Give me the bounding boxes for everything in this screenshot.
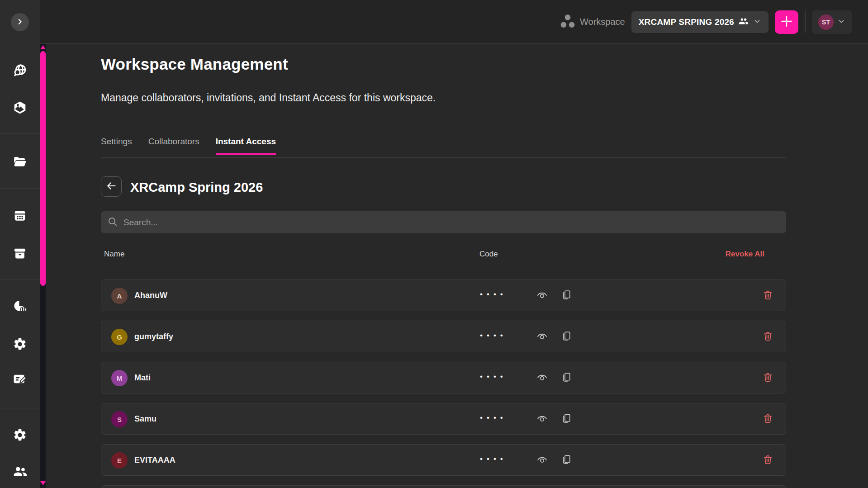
sidebar-item-discover[interactable] <box>0 58 40 83</box>
arrow-left-icon <box>105 180 117 193</box>
masked-code: •••• <box>480 372 507 381</box>
add-workspace-button[interactable] <box>775 10 798 34</box>
plus-icon <box>780 14 793 29</box>
topbar: Workspace XRCAMP SRPING 2026 ST <box>40 0 868 44</box>
trash-icon <box>762 331 773 343</box>
sidebar-item-analytics[interactable] <box>0 294 40 319</box>
people-icon <box>739 16 749 28</box>
revoke-button[interactable] <box>761 454 774 467</box>
revoke-button[interactable] <box>761 413 774 426</box>
avatar: G <box>111 329 128 345</box>
eye-icon <box>536 412 548 426</box>
sidebar-item-settings[interactable] <box>0 332 40 357</box>
trash-icon <box>762 372 773 384</box>
user-avatar: ST <box>818 14 834 30</box>
user-menu[interactable]: ST <box>812 10 852 34</box>
search-input[interactable] <box>123 217 780 228</box>
scroll-up-arrow[interactable] <box>40 45 46 50</box>
workspace-label: Workspace <box>580 17 625 27</box>
tabs: Settings Collaborators Instant Access <box>101 137 276 155</box>
page-subtitle: Manage collaborators, invitations, and I… <box>101 92 436 104</box>
tabs-divider <box>101 157 786 158</box>
sidebar-item-projects[interactable] <box>0 149 40 175</box>
sidebar-item-events[interactable] <box>0 203 40 228</box>
archive-box-icon <box>13 246 27 261</box>
row-name: gumytaffy <box>134 332 173 341</box>
masked-code: •••• <box>480 290 507 299</box>
revoke-button[interactable] <box>761 331 774 343</box>
section-heading: XRCamp Spring 2026 <box>130 180 263 195</box>
sidebar-divider <box>0 279 40 280</box>
sidebar-item-registration[interactable] <box>0 366 40 392</box>
masked-code: •••• <box>480 413 507 422</box>
chevron-down-icon <box>753 17 761 27</box>
copy-code-button[interactable] <box>560 289 573 302</box>
reveal-code-button[interactable] <box>536 413 548 426</box>
copy-icon <box>561 331 572 343</box>
avatar: M <box>111 370 128 386</box>
trash-icon <box>762 289 773 302</box>
calendar-icon <box>13 208 27 223</box>
scene-cube-icon <box>13 100 27 115</box>
sidebar-expand-button[interactable] <box>11 13 29 31</box>
reveal-code-button[interactable] <box>536 454 548 467</box>
sidebar-item-scenes[interactable] <box>0 95 40 120</box>
revoke-all-button[interactable]: Revoke All <box>721 250 764 259</box>
copy-code-button[interactable] <box>560 331 573 343</box>
reveal-code-button[interactable] <box>536 331 548 343</box>
scrollbar-thumb[interactable] <box>40 51 46 286</box>
copy-code-button[interactable] <box>560 372 573 384</box>
copy-code-button[interactable] <box>560 413 573 426</box>
row-name: Samu <box>134 414 157 424</box>
sidebar <box>0 0 40 488</box>
table-row-partial <box>101 485 786 488</box>
copy-icon <box>561 372 572 384</box>
people-icon <box>12 464 28 479</box>
sidebar-divider <box>0 408 40 408</box>
scroll-down-arrow[interactable] <box>40 481 46 486</box>
analytics-pie-icon <box>13 299 27 313</box>
tab-collaborators[interactable]: Collaborators <box>148 137 199 155</box>
workspace-logo-icon <box>560 14 575 31</box>
column-header-code: Code <box>479 250 498 259</box>
eye-icon <box>536 289 548 303</box>
avatar: S <box>111 411 128 427</box>
sidebar-item-users[interactable] <box>0 459 40 484</box>
sidebar-divider <box>0 44 40 44</box>
table-row: M Mati •••• <box>101 362 786 393</box>
avatar: E <box>111 452 128 469</box>
avatar: A <box>111 288 128 304</box>
column-header-name: Name <box>104 250 124 259</box>
row-name: Mati <box>134 373 151 383</box>
tab-instant-access[interactable]: Instant Access <box>216 137 276 155</box>
eye-icon <box>536 454 548 467</box>
gear-icon <box>13 428 27 442</box>
table-row: A AhanuW •••• <box>101 280 786 311</box>
reveal-code-button[interactable] <box>536 289 548 302</box>
chevron-down-icon <box>837 17 845 27</box>
masked-code: •••• <box>480 455 507 464</box>
table-row: E EVITAAAA •••• <box>101 444 786 476</box>
folder-open-icon <box>12 154 28 170</box>
row-name: EVITAAAA <box>134 455 175 465</box>
tab-settings[interactable]: Settings <box>101 137 132 155</box>
sidebar-item-archive[interactable] <box>0 241 40 266</box>
copy-icon <box>561 289 572 302</box>
sidebar-divider <box>0 188 40 189</box>
sidebar-item-admin-settings[interactable] <box>0 422 40 448</box>
reveal-code-button[interactable] <box>536 372 548 384</box>
workspace-brand: Workspace <box>560 14 625 31</box>
copy-code-button[interactable] <box>560 454 573 467</box>
row-name: AhanuW <box>134 291 167 300</box>
chevron-right-icon <box>15 17 25 28</box>
trash-icon <box>762 413 773 426</box>
revoke-button[interactable] <box>761 372 774 384</box>
back-button[interactable] <box>101 176 122 197</box>
page-title: Workspace Management <box>101 55 288 73</box>
workspace-selector-dropdown[interactable]: XRCAMP SRPING 2026 <box>631 11 768 33</box>
table-row: G gumytaffy •••• <box>101 321 786 352</box>
trash-icon <box>762 454 773 467</box>
revoke-button[interactable] <box>761 289 774 302</box>
card-edit-icon <box>12 371 28 387</box>
copy-icon <box>561 413 572 426</box>
